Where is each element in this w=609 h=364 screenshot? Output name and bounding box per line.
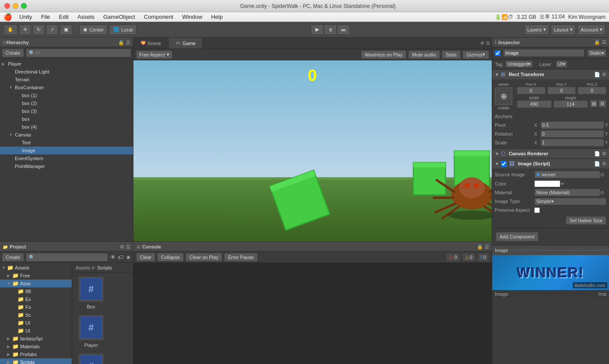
image-script-header[interactable]: ▼ 🖼 Image (Script) 📄 ⚙ <box>492 159 609 168</box>
scale-tool[interactable]: ⤢ <box>46 24 58 35</box>
maximize-button[interactable] <box>21 3 27 9</box>
hierarchy-eventsystem[interactable]: EventSystem <box>0 154 133 162</box>
gizmos-btn[interactable]: Gizmos▾ <box>462 50 489 59</box>
hierarchy-text[interactable]: Text <box>0 139 133 147</box>
pos-x-input[interactable] <box>517 87 546 94</box>
tree-sc[interactable]: 📁 Sc <box>0 311 72 319</box>
layer-dropdown[interactable]: UI▾ <box>556 60 567 68</box>
layers-dropdown[interactable]: Layers▾ <box>524 24 549 35</box>
hierarchy-boxcontainer[interactable]: ▼ BoxContainer <box>0 84 133 91</box>
file-pointmanager[interactable]: # PointManager <box>76 353 106 364</box>
is-script-icon[interactable]: 📄 <box>594 161 600 167</box>
preserve-aspect-checkbox[interactable] <box>534 207 540 213</box>
is-settings-icon[interactable]: ⚙ <box>602 161 606 167</box>
rt-settings-icon[interactable]: ⚙ <box>602 72 606 77</box>
hierarchy-image[interactable]: Image <box>0 147 133 154</box>
cr-script-icon[interactable]: 📄 <box>594 151 600 157</box>
inspector-lock-icon[interactable]: 🔒 <box>594 39 600 45</box>
menu-component[interactable]: Component <box>140 13 177 21</box>
hierarchy-player[interactable]: ▶ Player <box>0 60 133 68</box>
tree-fantasyspi[interactable]: ▶ 📁 fantasySpi <box>0 335 72 343</box>
window-controls[interactable] <box>4 3 27 9</box>
tab-scene[interactable]: 🌄 Scene <box>133 38 168 49</box>
cr-settings-icon[interactable]: ⚙ <box>602 151 606 157</box>
console-menu-icon[interactable]: ☰ <box>485 244 489 250</box>
tree-assets[interactable]: ▼ 📁 Assets <box>0 264 72 272</box>
pivot-local-btn[interactable]: 🌐Local <box>109 24 136 35</box>
file-box[interactable]: # Box <box>76 276 106 309</box>
breadcrumb-assets[interactable]: Assets <box>76 265 90 270</box>
object-active-checkbox[interactable] <box>495 50 500 56</box>
rotate-tool[interactable]: ↻ <box>33 24 45 35</box>
project-tag-icon[interactable]: 🏷 <box>118 254 124 261</box>
project-search-input[interactable] <box>26 253 108 262</box>
object-name-input[interactable] <box>503 49 584 57</box>
rect-tool[interactable]: ▣ <box>60 24 72 35</box>
project-eye-icon[interactable]: 👁 <box>110 254 116 261</box>
menu-help[interactable]: Help <box>207 13 226 21</box>
clear-on-play-btn[interactable]: Clear on Play <box>186 253 222 262</box>
constrain-btn[interactable]: ⊞ <box>590 100 598 108</box>
hierarchy-pointmanager[interactable]: PointManager <box>0 162 133 170</box>
menu-gameobject[interactable]: GameObject <box>100 13 139 21</box>
project-settings-icon[interactable]: ⚙ <box>120 244 124 250</box>
play-button[interactable]: ▶ <box>311 24 324 35</box>
pos-y-input[interactable] <box>547 87 576 94</box>
menu-assets[interactable]: Assets <box>74 13 98 21</box>
tree-scripts[interactable]: ▶ 📁 Scripts <box>0 358 72 364</box>
stats-btn[interactable]: Stats <box>442 50 461 59</box>
anchor-icon[interactable]: ⊕ <box>495 88 512 105</box>
account-dropdown[interactable]: Account▾ <box>578 24 606 35</box>
hierarchy-canvas[interactable]: ▼ Canvas <box>0 131 133 139</box>
pivot-x-input[interactable] <box>540 121 604 129</box>
apple-menu-icon[interactable]: 🍎 <box>4 13 12 21</box>
color-swatch[interactable] <box>534 180 560 187</box>
scale-x-input[interactable] <box>540 139 604 147</box>
hierarchy-search-input[interactable] <box>26 49 131 57</box>
source-picker-icon[interactable]: ⊙ <box>600 172 606 178</box>
inspector-menu-icon[interactable]: ☰ <box>602 39 606 45</box>
hierarchy-box4[interactable]: box (4) <box>0 123 133 131</box>
step-button[interactable]: ⏭ <box>337 24 350 35</box>
hierarchy-box1[interactable]: box (1) <box>0 91 133 99</box>
tree-prefabs[interactable]: ▶ 📁 Prefabs <box>0 350 72 358</box>
image-enabled-checkbox[interactable] <box>501 161 507 167</box>
minimize-button[interactable] <box>13 3 18 9</box>
project-star-icon[interactable]: ★ <box>126 254 131 261</box>
add-component-btn[interactable]: Add Component <box>496 232 539 242</box>
close-button[interactable] <box>4 3 10 9</box>
hierarchy-terrain[interactable]: Terrain <box>0 76 133 84</box>
tab-game[interactable]: 🎮 Game <box>168 38 203 49</box>
menu-file[interactable]: File <box>38 13 54 21</box>
tree-ui2[interactable]: 📁 UI <box>0 327 72 335</box>
menu-unity[interactable]: Unity <box>16 13 36 21</box>
hierarchy-directional-light[interactable]: Directional Light <box>0 68 133 76</box>
set-native-size-btn[interactable]: Set Native Size <box>566 216 606 225</box>
tag-dropdown[interactable]: Untagged▾ <box>505 60 533 68</box>
tree-free[interactable]: ▶ 📁 Free <box>0 272 72 280</box>
clear-btn[interactable]: Clear <box>136 253 155 262</box>
maximize-on-play-btn[interactable]: Maximize on Play <box>361 50 406 59</box>
hierarchy-create-btn[interactable]: Create <box>2 49 24 57</box>
aspect-dropdown[interactable]: Free Aspect▾ <box>136 50 172 59</box>
static-dropdown[interactable]: Static▾ <box>587 49 606 57</box>
source-image-value[interactable]: winner <box>534 171 600 178</box>
project-create-btn[interactable]: Create <box>2 253 24 262</box>
tab-settings-icon[interactable]: ⚙ <box>480 41 484 46</box>
pivot-center-btn[interactable]: ◉Center <box>79 24 108 35</box>
menu-edit[interactable]: Edit <box>56 13 72 21</box>
rt-script-icon[interactable]: 📄 <box>594 72 600 77</box>
pause-button[interactable]: ⏸ <box>324 24 337 35</box>
project-menu-icon[interactable]: ☰ <box>126 244 130 250</box>
layout-dropdown[interactable]: Layout▾ <box>551 24 576 35</box>
file-player[interactable]: # Player <box>76 315 106 348</box>
tree-materials[interactable]: ▶ 📁 Materials <box>0 343 72 350</box>
menu-window[interactable]: Window <box>178 13 206 21</box>
reset-btn[interactable]: R <box>598 100 606 108</box>
collapse-btn[interactable]: Collapse <box>157 253 184 262</box>
hierarchy-box3[interactable]: box (3) <box>0 107 133 115</box>
hierarchy-menu-icon[interactable]: ☰ <box>126 40 130 46</box>
tree-asse[interactable]: ▼ 📁 Asse <box>0 280 72 287</box>
image-type-dropdown[interactable]: Simple▾ <box>534 198 606 205</box>
hierarchy-box2[interactable]: box (2) <box>0 99 133 107</box>
